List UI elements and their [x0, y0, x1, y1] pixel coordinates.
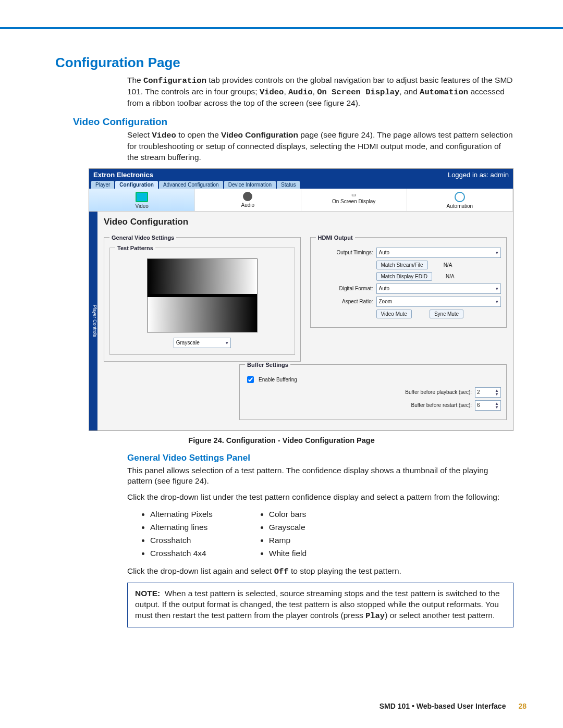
- spinner-arrows-icon: ▲▼: [495, 389, 499, 396]
- list-item: Grayscale: [269, 521, 307, 534]
- match-stream-value: N/A: [444, 262, 452, 268]
- general-video-legend: General Video Settings: [109, 235, 176, 241]
- video-mute-button[interactable]: Video Mute: [376, 310, 412, 318]
- buffer-before-playback-label: Buffer before playback (sec):: [405, 389, 472, 395]
- buffer-before-playback-spinner[interactable]: 2 ▲▼: [475, 387, 501, 398]
- test-patterns-legend: Test Patterns: [115, 245, 155, 251]
- test-pattern-preview: [147, 258, 258, 332]
- page-accent-bar: [0, 27, 563, 29]
- sync-mute-button[interactable]: Sync Mute: [430, 310, 463, 318]
- list-item: Alternating Pixels: [150, 508, 213, 521]
- note-lead: NOTE:: [135, 589, 160, 598]
- enable-buffering-checkbox[interactable]: [247, 376, 254, 383]
- chevron-down-icon: ▾: [226, 340, 228, 346]
- chevron-down-icon: ▾: [496, 286, 498, 291]
- list-item: Color bars: [269, 508, 307, 521]
- match-stream-button[interactable]: Match Stream/File: [376, 261, 428, 269]
- login-status: Logged in as: admin: [448, 171, 509, 179]
- buffer-legend: Buffer Settings: [245, 362, 290, 368]
- tab-player[interactable]: Player: [91, 181, 114, 189]
- list-item: Ramp: [269, 534, 307, 547]
- speaker-icon: [243, 192, 252, 201]
- list-item: Alternating lines: [150, 521, 213, 534]
- hdmi-output-panel: HDMI Output Output Timings: Auto▾ Match …: [310, 235, 507, 328]
- buffer-before-restart-label: Buffer before restart (sec):: [411, 402, 472, 408]
- aspect-ratio-dropdown[interactable]: Zoom▾: [376, 297, 501, 307]
- nav-tabs: Player Configuration Advanced Configurat…: [89, 181, 513, 189]
- video-intro-paragraph: Select Video to open the Video Configura…: [127, 130, 513, 163]
- general-video-settings-heading: General Video Settings Panel: [127, 453, 527, 463]
- monitor-icon: [136, 192, 148, 202]
- page-number: 28: [518, 702, 527, 710]
- ribbon-video[interactable]: Video: [89, 189, 195, 211]
- embedded-screenshot: Extron Electronics Logged in as: admin P…: [89, 168, 513, 431]
- intro-paragraph: The Configuration tab provides controls …: [127, 75, 513, 109]
- buffer-before-restart-spinner[interactable]: 6 ▲▼: [475, 400, 501, 411]
- ribbon-toolbar: Video Audio ▭ On Screen Display Automati…: [89, 189, 513, 212]
- page-footer: SMD 101 • Web-based User Interface28: [380, 702, 527, 710]
- ribbon-osd[interactable]: ▭ On Screen Display: [301, 189, 407, 211]
- match-edid-value: N/A: [446, 274, 455, 279]
- digital-format-label: Digital Format:: [316, 286, 373, 291]
- tab-configuration[interactable]: Configuration: [115, 181, 158, 189]
- general-video-settings-panel: General Video Settings Test Patterns Gra…: [104, 235, 301, 362]
- hdmi-legend: HDMI Output: [316, 235, 355, 241]
- list-item: Crosshatch 4x4: [150, 547, 213, 560]
- spinner-arrows-icon: ▲▼: [495, 402, 499, 409]
- figure-caption: Figure 24. Configuration - Video Configu…: [36, 436, 527, 445]
- test-pattern-dropdown[interactable]: Grayscale ▾: [174, 338, 231, 348]
- output-timings-dropdown[interactable]: Auto▾: [376, 248, 501, 258]
- note-box: NOTE: When a test pattern is selected, s…: [127, 583, 513, 627]
- buffer-settings-panel: Buffer Settings Enable Buffering Buffer …: [239, 362, 507, 420]
- panel-title: Video Configuration: [104, 217, 507, 227]
- tab-device-information[interactable]: Device Information: [224, 181, 276, 189]
- general-panel-p2: Click the drop-down list under the test …: [127, 492, 513, 503]
- gear-icon: [455, 192, 465, 202]
- osd-icon: ▭: [302, 192, 406, 198]
- ribbon-audio[interactable]: Audio: [195, 189, 301, 211]
- enable-buffering-label: Enable Buffering: [259, 377, 297, 382]
- pattern-list: Alternating Pixels Alternating lines Cro…: [141, 508, 513, 560]
- aspect-ratio-label: Aspect Ratio:: [316, 299, 373, 304]
- list-item: Crosshatch: [150, 534, 213, 547]
- chevron-down-icon: ▾: [496, 250, 498, 255]
- chevron-down-icon: ▾: [496, 299, 498, 304]
- off-instruction: Click the drop-down list again and selec…: [127, 566, 513, 577]
- digital-format-dropdown[interactable]: Auto▾: [376, 283, 501, 294]
- section-heading-video: Video Configuration: [73, 116, 527, 128]
- tab-advanced-configuration[interactable]: Advanced Configuration: [159, 181, 223, 189]
- sidebar-player-controls[interactable]: Player Controls: [89, 212, 97, 430]
- list-item: White field: [269, 547, 307, 560]
- general-panel-p1: This panel allows selection of a test pa…: [127, 465, 513, 487]
- output-timings-label: Output Timings:: [316, 250, 373, 255]
- match-edid-button[interactable]: Match Display EDID: [376, 272, 432, 281]
- tab-status[interactable]: Status: [277, 181, 300, 189]
- app-brand: Extron Electronics: [93, 171, 153, 179]
- ribbon-automation[interactable]: Automation: [407, 189, 513, 211]
- page-title: Configuration Page: [55, 55, 527, 71]
